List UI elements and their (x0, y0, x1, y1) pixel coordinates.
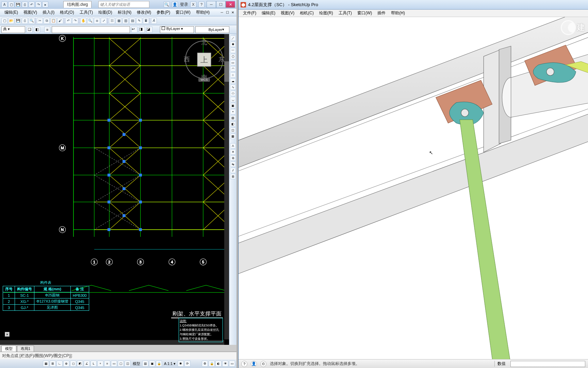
dyn-toggle[interactable]: + (97, 361, 103, 367)
print-icon[interactable]: ⎙ (22, 1, 28, 7)
zoom-window-icon[interactable]: ⧈ (94, 18, 100, 24)
menu-view[interactable]: 视图(V) (21, 9, 39, 16)
mtext-icon[interactable]: A (230, 143, 236, 149)
menu-edit[interactable]: 编辑(E) (2, 9, 20, 16)
zoom-icon[interactable]: 🔍 (87, 18, 93, 24)
menu-param[interactable]: 参数(P) (154, 9, 173, 16)
matchprop-icon[interactable]: 🖌 (57, 18, 63, 24)
mdi-close-button[interactable]: ✕ (230, 10, 235, 15)
su-viewport[interactable]: 建 ↖ (239, 17, 588, 359)
su-menu-plugins[interactable]: 插件 (375, 10, 388, 17)
spline-icon[interactable]: ∿ (230, 85, 236, 90)
block-icon[interactable]: ▣ (230, 103, 236, 108)
design-center-icon[interactable]: ▦ (116, 18, 122, 24)
toolbar-lock-icon[interactable]: 🔒 (209, 361, 215, 367)
ellipse-icon[interactable]: ⬭ (230, 91, 236, 96)
mirror-icon[interactable]: ⇋ (230, 162, 236, 167)
su-menu-file[interactable]: 文件(F) (241, 10, 259, 17)
3dosnap-toggle[interactable]: ◩ (77, 361, 83, 367)
hardware-accel-icon[interactable]: ◐ (215, 361, 222, 367)
menu-help[interactable]: 帮助(H) (194, 9, 212, 16)
undo-icon[interactable]: ↶ (29, 1, 35, 7)
layer-states-icon[interactable]: ◧ (34, 27, 40, 33)
osnap-toggle[interactable]: ◻ (70, 361, 76, 367)
search-icon[interactable]: 🔍 (164, 1, 170, 7)
cad-drawing-area[interactable]: 1 2 3 4 5 K M N (0, 34, 236, 345)
offset-icon[interactable]: ⫽ (230, 168, 236, 173)
table-icon[interactable]: ▦ (230, 134, 236, 139)
help-icon[interactable]: ? (198, 1, 205, 7)
save-icon[interactable]: 💾 (15, 1, 21, 7)
text-style-combo[interactable]: 典 ▾ (1, 26, 25, 33)
anno-scale-icon[interactable]: 🔒 (156, 361, 162, 367)
line-icon[interactable]: ／ (230, 35, 236, 41)
minimize-button[interactable]: ─ (207, 1, 216, 8)
exchange-icon[interactable]: X (190, 1, 196, 7)
su-menu-tools[interactable]: 工具(T) (336, 10, 354, 17)
login-link[interactable]: 登录 (180, 2, 188, 7)
mdi-minimize-button[interactable]: ─ (219, 10, 224, 15)
help-search-input[interactable] (98, 1, 149, 8)
help-icon[interactable]: ? (241, 361, 247, 367)
command-line[interactable]: 对角点或 [栏选(F)/圈围(WP)/圈交(CP)]: (0, 352, 236, 359)
su-menu-camera[interactable]: 相机(C) (297, 10, 316, 17)
document-tab[interactable]: 结构图.dwg (63, 1, 92, 8)
qp-toggle[interactable]: ▢ (118, 361, 124, 367)
isolate-icon[interactable]: 👁 (222, 361, 228, 367)
gradient-icon[interactable]: ◧ (230, 121, 236, 127)
workspace-icon[interactable]: ⚙ (202, 361, 208, 367)
su-menu-view[interactable]: 视图(V) (278, 10, 297, 17)
region-icon[interactable]: ◫ (230, 127, 236, 133)
new-icon[interactable]: ▢ (1, 18, 7, 24)
menu-dimension[interactable]: 标注(N) (115, 9, 134, 16)
menu-window[interactable]: 窗口(W) (173, 9, 193, 16)
qat-more-icon[interactable]: ▸ (42, 1, 48, 7)
clean-screen-icon[interactable]: ▭ (229, 361, 235, 367)
layer-prev-icon[interactable]: ↩ (131, 27, 137, 33)
vertical-scrollbar[interactable] (224, 34, 229, 339)
polar-toggle[interactable]: ⊕ (63, 361, 69, 367)
markup-icon[interactable]: ✎ (136, 18, 142, 24)
arc-icon[interactable]: ◠ (230, 66, 236, 72)
erase-icon[interactable]: ✕ (230, 149, 236, 155)
copy-icon[interactable]: ⧉ (44, 18, 50, 24)
layer-tools-icon[interactable]: ≡ (44, 27, 50, 33)
ducs-toggle[interactable]: L (91, 361, 97, 367)
text-style-icon[interactable]: A (151, 18, 157, 24)
undo-icon[interactable]: ↶ (65, 18, 71, 24)
polygon-icon[interactable]: ⬠ (230, 54, 236, 59)
new-icon[interactable]: ▢ (8, 1, 14, 7)
menu-modify[interactable]: 修改(M) (134, 9, 153, 16)
layer-iso-icon[interactable]: ◨ (139, 27, 145, 33)
otrack-toggle[interactable]: ∠ (84, 361, 90, 367)
lwt-toggle[interactable]: ≡ (104, 361, 110, 367)
su-menu-draw[interactable]: 绘图(R) (317, 10, 336, 17)
layout-quick-icon[interactable]: ▥ (142, 361, 148, 367)
su-menu-edit[interactable]: 编辑(E) (259, 10, 278, 17)
maximize-vp-icon[interactable]: ▣ (149, 361, 155, 367)
su-menu-help[interactable]: 帮助(H) (389, 10, 407, 17)
tab-layout1[interactable]: 布局1 (17, 346, 34, 352)
polyline-icon[interactable]: 〰 (230, 48, 236, 53)
menu-format[interactable]: 格式(O) (58, 9, 76, 16)
anno-scale[interactable]: A 1:1 ▾ (163, 362, 177, 366)
anno-auto-icon[interactable]: ⟳ (184, 361, 191, 367)
tool-palettes-icon[interactable]: ▥ (122, 18, 129, 24)
color-combo[interactable]: ByLayer ▾ (160, 26, 194, 33)
tpy-toggle[interactable]: ▭ (111, 361, 117, 367)
copy-obj-icon[interactable]: ⧉ (230, 155, 236, 161)
layer-combo[interactable] (52, 26, 130, 33)
array-icon[interactable]: ⊞ (230, 174, 236, 179)
redo-icon[interactable]: ↷ (72, 18, 78, 24)
close-button[interactable]: ✕ (226, 1, 235, 8)
layer-match-icon[interactable]: ◪ (146, 27, 152, 33)
grid-toggle[interactable]: ⊞ (50, 361, 56, 367)
circle-icon[interactable]: ○ (230, 72, 236, 78)
print-icon[interactable]: ⎙ (22, 18, 28, 24)
sheet-set-icon[interactable]: ▤ (129, 18, 135, 24)
user-icon[interactable]: 👤 (172, 1, 178, 7)
zoom-extents-icon[interactable]: ⤢ (101, 18, 107, 24)
measurements-input[interactable] (510, 361, 585, 367)
snap-toggle[interactable]: ▦ (43, 361, 49, 367)
calc-icon[interactable]: 🖩 (143, 18, 149, 24)
